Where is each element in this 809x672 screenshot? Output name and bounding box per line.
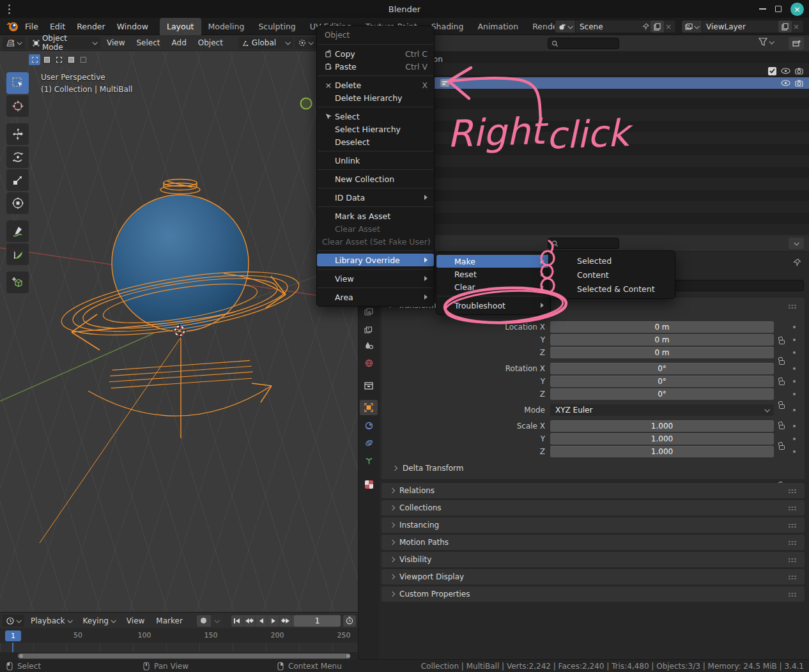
animate-dot[interactable] (793, 393, 796, 395)
viewport-menu-view[interactable]: View (102, 35, 130, 51)
submenu-item-troubleshoot[interactable]: Troubleshoot (436, 299, 550, 312)
tab-scene-properties[interactable] (360, 337, 378, 353)
tab-animation[interactable]: Animation (470, 18, 525, 35)
menu-item-area[interactable]: Area (317, 291, 434, 303)
tab-output-properties[interactable] (360, 322, 378, 337)
panel-drag-grip[interactable] (788, 304, 797, 309)
keying-set-dropdown[interactable] (211, 615, 222, 627)
current-frame-field[interactable]: 1 (294, 615, 341, 627)
menu-item-delete[interactable]: × DeleteX (317, 79, 434, 91)
animate-dot[interactable] (793, 450, 796, 453)
rotation-mode-dropdown[interactable]: XYZ Euler (550, 404, 774, 416)
animate-dot[interactable] (793, 326, 796, 328)
panel-collections[interactable]: Collections (381, 500, 805, 515)
location-x-field[interactable]: 0 m (550, 321, 774, 333)
rotation-z-field[interactable]: 0° (550, 388, 774, 400)
menu-item-unlink[interactable]: Unlink (317, 154, 434, 167)
menu-item-view[interactable]: View (317, 272, 434, 285)
submenu-item-reset[interactable]: Reset (436, 268, 550, 280)
menu-item-mark-as-asset[interactable]: Mark as Asset (317, 210, 434, 222)
outliner-search-input[interactable] (548, 38, 619, 49)
panel-instancing[interactable]: Instancing (381, 517, 805, 533)
play-button[interactable] (268, 615, 280, 627)
lock-icon[interactable] (779, 425, 785, 429)
timeline-track[interactable] (0, 643, 358, 652)
scale-y-field[interactable]: 1.000 (550, 433, 774, 445)
scroll-handle-left-dot[interactable] (19, 654, 23, 658)
snapping-dropdown[interactable] (295, 37, 316, 49)
timeline-scroll-handle[interactable] (18, 653, 350, 659)
submenu-item-selected[interactable]: Selected (549, 254, 675, 268)
tab-world-properties[interactable] (360, 355, 378, 370)
blender-logo-icon[interactable] (5, 19, 19, 33)
checkbox-icon[interactable] (768, 67, 776, 75)
timeline-menu-playback[interactable]: Playback (26, 616, 77, 625)
scene-selector[interactable]: Scene × (555, 20, 676, 33)
panel-drag-grip[interactable] (788, 592, 797, 597)
camera-icon[interactable] (795, 68, 803, 75)
next-keyframe-button[interactable] (280, 615, 292, 627)
tab-object-data-properties[interactable] (360, 453, 378, 468)
panel-drag-grip[interactable] (788, 523, 797, 528)
playhead-line[interactable] (12, 643, 13, 652)
playhead-badge[interactable]: 1 (5, 630, 21, 641)
tool-annotate[interactable] (6, 220, 29, 242)
lock-icon[interactable] (779, 360, 785, 365)
new-viewlayer-button[interactable] (778, 20, 792, 33)
panel-relations[interactable]: Relations (381, 483, 805, 498)
panel-viewport-display[interactable]: Viewport Display (381, 569, 805, 584)
rotation-x-field[interactable]: 0° (550, 363, 774, 374)
mode-dropdown[interactable]: Object Mode (29, 37, 100, 49)
tool-rotate[interactable] (6, 146, 29, 168)
tab-collection-properties[interactable] (360, 378, 378, 393)
menu-item-library-override[interactable]: Library Override (317, 254, 434, 266)
menu-item-paste[interactable]: PasteCtrl V (317, 60, 434, 73)
close-button[interactable]: × (790, 3, 804, 16)
tool-scale[interactable] (6, 169, 29, 191)
animate-dot[interactable] (793, 409, 796, 411)
new-collection-button[interactable] (789, 37, 804, 50)
menu-item-id-data[interactable]: ID Data (317, 191, 434, 204)
viewport-3d[interactable]: User Perspective (1) Collection | MultiB… (0, 51, 358, 612)
select-mode-box[interactable] (41, 54, 52, 65)
lock-icon[interactable] (779, 381, 785, 385)
viewport-menu-add[interactable]: Add (167, 35, 192, 51)
outliner-filter-button[interactable] (759, 38, 773, 46)
transform-orientation-dropdown[interactable]: Global (238, 37, 293, 49)
menu-item-new-collection[interactable]: New Collection (317, 172, 434, 185)
use-preview-range-button[interactable] (343, 615, 356, 627)
menu-item-select[interactable]: Select (317, 110, 434, 123)
prev-keyframe-button[interactable] (243, 615, 256, 627)
select-mode-extend[interactable] (53, 54, 65, 65)
lock-icon[interactable] (779, 404, 785, 409)
location-y-field[interactable]: 0 m (550, 334, 774, 346)
panel-visibility[interactable]: Visibility (381, 552, 805, 567)
tab-sculpting[interactable]: Sculpting (251, 18, 302, 35)
viewport-menu-object[interactable]: Object (193, 35, 228, 51)
panel-drag-grip[interactable] (788, 489, 797, 493)
timeline-scrollbar[interactable] (0, 652, 358, 660)
panel-drag-grip[interactable] (788, 506, 797, 510)
tab-physics-properties[interactable] (360, 435, 378, 450)
jump-to-start-button[interactable] (231, 615, 243, 627)
menu-render[interactable]: Render (71, 18, 111, 35)
select-mode-intersect[interactable] (77, 54, 89, 65)
menu-file[interactable]: File (19, 18, 44, 35)
select-mode-subtract[interactable] (65, 54, 77, 65)
location-z-field[interactable]: 0 m (550, 347, 774, 358)
minimize-button[interactable] (759, 8, 766, 10)
menu-item-deselect[interactable]: Deselect (317, 135, 434, 148)
menu-edit[interactable]: Edit (44, 18, 71, 35)
animate-dot[interactable] (793, 367, 796, 370)
unlink-scene-icon[interactable]: × (665, 22, 675, 31)
maximize-button[interactable] (775, 6, 782, 12)
timeline-menu-marker[interactable]: Marker (151, 616, 187, 625)
timeline-menu-view[interactable]: View (121, 616, 150, 625)
animate-dot[interactable] (793, 425, 796, 427)
tool-measure[interactable] (6, 243, 29, 265)
menu-item-copy[interactable]: CopyCtrl C (317, 47, 434, 60)
menu-item-delete-hierarchy[interactable]: Delete Hierarchy (317, 91, 434, 104)
tab-texture-properties[interactable] (360, 477, 378, 492)
delta-transform-toggle[interactable]: Delta Transform (393, 464, 464, 473)
scene-type-icon[interactable] (555, 20, 576, 33)
